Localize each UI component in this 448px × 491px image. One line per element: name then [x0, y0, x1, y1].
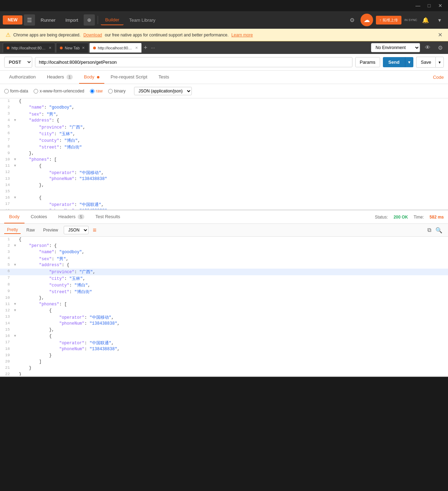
minimize-button[interactable]: —: [413, 2, 423, 9]
code-line-8: 8 "street": "博白街": [0, 144, 448, 151]
line-toggle: [13, 372, 18, 372]
env-eye-button[interactable]: 👁: [423, 43, 433, 53]
close-button[interactable]: ✕: [435, 2, 445, 9]
sync-button[interactable]: ↑ 拓维上传: [376, 16, 402, 25]
import-button[interactable]: Import: [61, 15, 83, 25]
request-body-editor[interactable]: 1 {2 "name": "goodboy",3 "sex": "男",4▼ "…: [0, 98, 448, 210]
response-format-bar: Pretty Raw Preview JSON ≡ ⧉ 🔍: [0, 224, 448, 237]
search-button[interactable]: 🔍: [434, 227, 444, 234]
more-tabs-button[interactable]: ···: [149, 45, 156, 50]
team-library-tab[interactable]: Team Library: [125, 15, 160, 25]
line-number: 20: [0, 359, 13, 364]
save-button[interactable]: Save: [416, 57, 435, 68]
more-button[interactable]: ▾: [434, 14, 445, 26]
response-format-select[interactable]: JSON: [64, 226, 89, 234]
learn-more-link[interactable]: Learn more: [231, 33, 253, 37]
tab-1-label: http://localhost:8080/: [12, 46, 47, 50]
new-button[interactable]: NEW: [3, 15, 22, 25]
line-content: ]: [18, 359, 43, 365]
line-toggle[interactable]: ▼: [13, 157, 18, 161]
tests-tab[interactable]: Tests: [154, 71, 174, 84]
env-settings-button[interactable]: ⚙: [435, 43, 445, 53]
add-tab-button[interactable]: +: [142, 44, 149, 51]
line-toggle: [13, 365, 18, 366]
response-body-editor[interactable]: 1 {2▼ "person": {3 "name": "goodboy",4 "…: [0, 237, 448, 377]
line-toggle[interactable]: ▼: [13, 243, 18, 248]
code-line-16: 16▼ {: [0, 333, 448, 340]
params-button[interactable]: Params: [355, 57, 380, 67]
environment-select[interactable]: No Environment: [371, 43, 420, 52]
line-content: }: [18, 365, 33, 371]
pretty-button[interactable]: Pretty: [4, 226, 21, 234]
response-test-results-tab[interactable]: Test Results: [91, 210, 125, 223]
line-toggle: [13, 327, 18, 328]
maximize-button[interactable]: □: [424, 2, 434, 9]
line-toggle[interactable]: ▼: [13, 262, 18, 267]
method-select[interactable]: POST: [4, 57, 32, 68]
download-link[interactable]: Download: [83, 33, 102, 37]
tab-1[interactable]: http://localhost:8080/ ✕: [3, 43, 55, 53]
x-www-label: x-www-form-urlencoded: [40, 89, 84, 94]
body-tab[interactable]: Body: [79, 71, 104, 84]
settings-icon-button[interactable]: ⚙: [346, 14, 358, 26]
code-link[interactable]: Code: [433, 71, 444, 83]
response-headers-tab[interactable]: Headers 5: [54, 210, 89, 223]
x-www-radio[interactable]: [34, 89, 38, 94]
authorization-tab[interactable]: Authorization: [4, 71, 41, 84]
line-number: 1: [0, 237, 13, 242]
code-line-6: 6 "city": "玉林",: [0, 131, 448, 137]
line-content: "sex": "男",: [18, 256, 70, 262]
preview-button[interactable]: Preview: [40, 227, 61, 234]
tab-2[interactable]: New Tab ✕: [56, 43, 89, 53]
notification-button[interactable]: 🔔: [420, 14, 431, 26]
sidebar-toggle-button[interactable]: ☰: [24, 14, 35, 26]
copy-button[interactable]: ⧉: [426, 227, 433, 234]
response-body-tab[interactable]: Body: [4, 210, 24, 223]
line-number: 3: [0, 249, 13, 254]
line-toggle: [13, 340, 18, 340]
form-data-radio-label[interactable]: form-data: [4, 89, 28, 94]
line-toggle[interactable]: ▼: [13, 333, 18, 338]
save-dropdown-button[interactable]: ▾: [435, 57, 444, 68]
raw-radio-label[interactable]: raw: [90, 89, 103, 94]
form-data-radio[interactable]: [4, 89, 9, 94]
copy-icon: ⧉: [427, 227, 431, 233]
tab-3-close[interactable]: ✕: [135, 46, 138, 50]
line-number: 14: [0, 182, 13, 187]
code-line-20: 20 ]: [0, 359, 448, 365]
sync-label: 拓维上传: [383, 18, 398, 23]
runner-button[interactable]: Runner: [36, 15, 60, 25]
sync-area: ☁: [360, 14, 373, 26]
tab-3[interactable]: http://localhost:8080/ ✕: [89, 43, 142, 53]
line-toggle[interactable]: ▼: [13, 163, 18, 168]
raw-radio[interactable]: [90, 89, 94, 94]
url-input[interactable]: [35, 57, 352, 67]
line-toggle[interactable]: ▼: [13, 195, 18, 200]
line-toggle[interactable]: ▼: [13, 308, 18, 312]
sync-avatar: ☁: [360, 14, 373, 26]
wrap-icon-button[interactable]: ≡: [91, 227, 98, 234]
tab-2-close[interactable]: ✕: [82, 46, 85, 50]
json-type-select[interactable]: JSON (application/json): [134, 87, 192, 95]
send-dropdown-button[interactable]: ▾: [405, 57, 413, 67]
line-toggle[interactable]: ▼: [13, 302, 18, 306]
code-line-1: 1 {: [0, 98, 448, 105]
response-cookies-tab[interactable]: Cookies: [26, 210, 52, 223]
line-toggle[interactable]: ▼: [13, 118, 18, 122]
line-content: },: [18, 151, 35, 156]
headers-tab[interactable]: Headers 1: [42, 71, 78, 84]
code-line-7: 7 "city": "玉林",: [0, 275, 448, 282]
raw-button[interactable]: Raw: [23, 227, 37, 234]
banner-close-button[interactable]: ✕: [438, 32, 442, 38]
new-tab-icon-button[interactable]: ⊕: [84, 14, 95, 26]
tab-1-close[interactable]: ✕: [49, 46, 51, 50]
pre-request-tab[interactable]: Pre-request Script: [106, 71, 152, 84]
line-content: {: [18, 163, 43, 169]
binary-radio-label[interactable]: binary: [108, 89, 126, 94]
binary-radio[interactable]: [108, 89, 113, 94]
line-toggle: [13, 353, 18, 353]
x-www-radio-label[interactable]: x-www-form-urlencoded: [34, 89, 84, 94]
builder-tab[interactable]: Builder: [101, 15, 123, 25]
send-button[interactable]: Send: [383, 57, 405, 67]
code-line-17: 17 "operator": "中国联通",: [0, 340, 448, 346]
